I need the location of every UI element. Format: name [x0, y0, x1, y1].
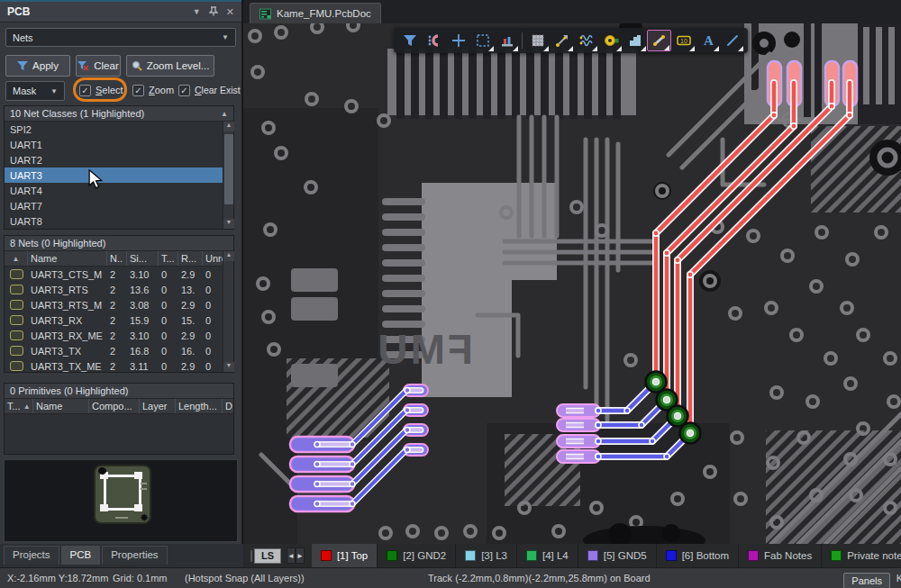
layer-color-swatch — [587, 550, 598, 561]
panels-button[interactable]: Panels — [843, 573, 890, 588]
primitives-table-header[interactable]: T... ▲NameCompo...LayerLength...D.. — [5, 399, 233, 414]
board-overview-thumbnail[interactable]: ✸ — [4, 459, 238, 542]
pin-icon[interactable] — [209, 6, 218, 18]
net-row[interactable]: UART3_TX216.8016.0 — [5, 343, 223, 358]
panel-tab[interactable]: Projects — [4, 546, 59, 565]
panel-title: PCB — [7, 5, 185, 18]
select-checkbox[interactable]: ✓ Select — [79, 80, 123, 100]
net-color-swatch — [10, 346, 23, 356]
layer-tab[interactable]: Fab Notes — [739, 544, 822, 567]
document-tab-bar: Kame_FMU.PcbDoc — [243, 0, 901, 23]
apply-button[interactable]: Apply — [5, 55, 70, 77]
layer-tab[interactable]: Private notes — [822, 544, 901, 567]
interactive-route-icon[interactable] — [550, 30, 574, 51]
nets-table-header[interactable]: ▲NameN..Si...T...R...Unrou... — [5, 251, 223, 267]
nets-header[interactable]: 8 Nets (0 Highlighted) — [5, 236, 233, 251]
net-classes-list: 10 Net Classes (1 Highlighted) ▲ SPI2 UA… — [4, 105, 234, 230]
layer-set-color-swatch — [250, 550, 252, 562]
toolbar-separator — [522, 32, 523, 49]
layer-tab[interactable]: [1] Top — [312, 544, 378, 567]
filter-icon — [17, 61, 28, 71]
net-row[interactable]: UART3_CTS_M23.1002.90 — [5, 267, 223, 282]
layer-tab[interactable]: [6] Bottom — [657, 544, 739, 567]
net-row[interactable]: UART3_RX215.9015.0 — [5, 312, 223, 328]
scroll-layers-right-button[interactable]: ► — [296, 547, 305, 564]
net-class-row[interactable]: UART8 — [5, 213, 223, 229]
status-bar: X:-2.16mm Y:18.72mm Grid: 0.1mm (Hotspot… — [0, 567, 901, 588]
net-class-row[interactable]: UART1 — [5, 137, 223, 152]
layer-tab[interactable]: [2] GND2 — [378, 544, 456, 567]
svg-text:A: A — [704, 33, 714, 48]
differential-pair-icon[interactable] — [574, 30, 598, 51]
nets-scrollbar[interactable]: ▲ ▼ — [223, 251, 233, 372]
net-color-swatch — [10, 315, 23, 325]
sort-ascending-icon: ▲ — [13, 255, 20, 263]
net-row[interactable]: UART3_RX_ME23.1002.90 — [5, 328, 223, 343]
net-color-swatch — [10, 285, 23, 294]
text-icon[interactable]: A — [696, 30, 720, 51]
crosshair-icon[interactable] — [446, 30, 470, 51]
component-grid-icon[interactable] — [525, 30, 550, 51]
clear-button[interactable]: Clear — [76, 55, 121, 77]
svg-text:10: 10 — [680, 38, 687, 44]
primitives-header[interactable]: 0 Primitives (0 Highlighted) — [5, 384, 233, 399]
panel-mode-dropdown[interactable]: Nets ▼ — [5, 28, 236, 47]
layer-tab[interactable]: [5] GND5 — [578, 544, 657, 567]
selection-box-icon[interactable] — [470, 30, 495, 51]
net-class-row[interactable]: UART3 — [5, 167, 223, 183]
zoom-level-button[interactable]: Zoom Level... — [126, 55, 214, 77]
document-tab[interactable]: Kame_FMU.PcbDoc — [250, 3, 381, 23]
close-icon[interactable]: ✕ — [226, 6, 234, 18]
net-classes-header[interactable]: 10 Net Classes (1 Highlighted) ▲ — [5, 106, 233, 122]
sort-ascending-icon: ▲ — [221, 110, 228, 118]
pcbdoc-icon — [259, 8, 271, 20]
sort-ascending-icon: ▲ — [23, 403, 31, 411]
panel-mode-value: Nets — [13, 32, 33, 43]
line-icon[interactable] — [720, 30, 744, 51]
net-row[interactable]: UART3_RTS_M23.0802.90 — [5, 297, 223, 312]
panel-tab[interactable]: Properties — [102, 546, 167, 565]
panel-menu-chevron-icon[interactable]: ▼ — [193, 7, 201, 16]
layer-color-swatch — [526, 550, 537, 561]
checkbox-check-icon: ✓ — [79, 85, 91, 96]
layer-color-swatch — [321, 550, 332, 561]
net-row[interactable]: UART3_RTS213.6013.0 — [5, 282, 223, 297]
net-color-swatch — [10, 330, 23, 340]
net-classes-scrollbar[interactable]: ▲ ▼ — [223, 122, 233, 229]
layer-set-button[interactable]: LS — [254, 548, 281, 564]
net-row[interactable]: UART3_TX_ME23.1102.90 — [5, 358, 223, 374]
length-tuning-icon[interactable]: 10 — [671, 30, 696, 51]
track-segment-icon[interactable] — [647, 30, 671, 51]
mask-dropdown[interactable]: Mask ▼ — [5, 81, 65, 101]
layer-color-swatch — [387, 550, 397, 561]
zoom-checkbox[interactable]: ✓ Zoom — [132, 80, 174, 100]
pcb-panel: PCB ▼ ✕ Nets ▼ Apply Clear Zoom Level...… — [0, 0, 243, 544]
scroll-layers-left-button[interactable]: ◄ — [287, 547, 296, 564]
document-panel-tabs: Projects PCB Properties — [0, 544, 243, 567]
editor-main-area: Kame_FMU.PcbDoc — [243, 0, 901, 567]
polygon-step-icon[interactable] — [623, 30, 647, 51]
layer-tab[interactable]: [3] L3 — [456, 544, 517, 567]
magnetic-snap-icon[interactable] — [422, 30, 446, 51]
magnifier-icon — [132, 60, 142, 71]
pcb-board-graphics: FMU — [243, 23, 901, 544]
panel-tab[interactable]: PCB — [61, 546, 101, 565]
board-miniature: ✸ — [94, 465, 151, 524]
net-class-row[interactable]: UART7 — [5, 198, 223, 213]
grid-setting: Grid: 0.1mm — [113, 573, 168, 583]
layer-tab[interactable]: [4] L4 — [517, 544, 578, 567]
checkbox-check-icon: ✓ — [178, 85, 190, 96]
filter-icon[interactable] — [397, 30, 422, 51]
net-class-row[interactable]: SPI2 — [5, 122, 223, 137]
nets-list: 8 Nets (0 Highlighted) ▲NameN..Si...T...… — [4, 235, 234, 373]
net-class-row[interactable]: UART4 — [5, 183, 223, 198]
board-insight-icon[interactable] — [495, 30, 519, 51]
chevron-down-icon: ▼ — [50, 87, 58, 95]
net-color-swatch — [10, 361, 23, 371]
net-class-row[interactable]: UART2 — [5, 152, 223, 167]
pcb-editor-canvas[interactable]: FMU — [243, 23, 901, 544]
via-icon[interactable] — [598, 30, 623, 51]
layer-color-swatch — [831, 550, 842, 561]
net-color-swatch — [10, 269, 23, 279]
clear-exist-checkbox[interactable]: ✓ Clear Exist — [178, 80, 241, 100]
